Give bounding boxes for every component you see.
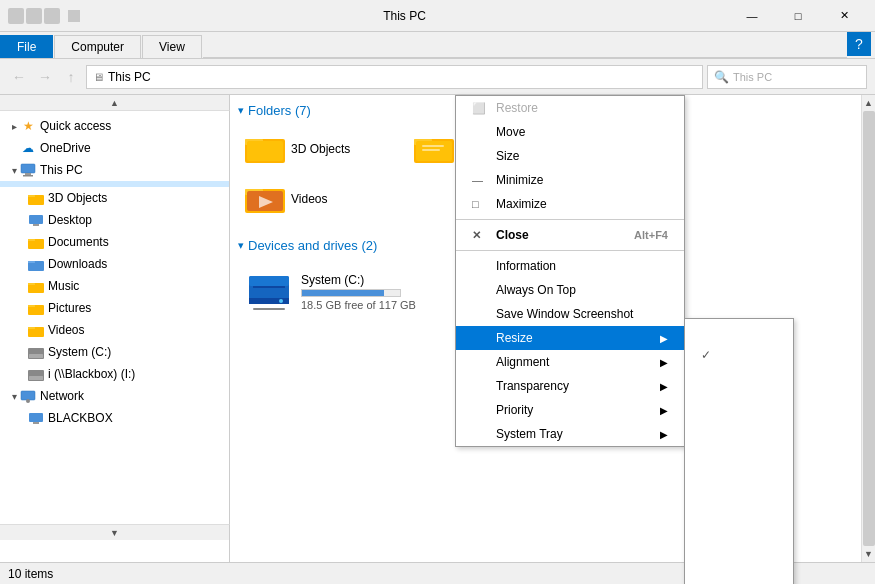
sidebar-item-network-drive[interactable]: i (\\Blackbox) (I:) <box>0 363 229 385</box>
submenu-label-1280x800: 1280x800 <box>717 492 770 506</box>
search-box[interactable]: 🔍 This PC <box>707 65 867 89</box>
folder-item-videos[interactable]: Videos <box>238 176 403 222</box>
submenu-1152x864[interactable]: 1152x864 <box>685 439 793 463</box>
sidebar-item-pictures[interactable]: Pictures <box>0 297 229 319</box>
submenu-label-1280x768: 1280x768 <box>717 468 770 482</box>
sidebar-label: 3D Objects <box>48 191 107 205</box>
menu-item-alignment[interactable]: Alignment ▶ <box>456 350 684 374</box>
sidebar-item-downloads[interactable]: Downloads <box>0 253 229 275</box>
menu-item-maximize[interactable]: □ Maximize <box>456 192 684 216</box>
menu-item-resize[interactable]: Resize ▶ 640x480 ✓ 720x480 720x576 <box>456 326 684 350</box>
svg-rect-21 <box>21 391 35 400</box>
submenu-1440x900[interactable]: 1440x900 <box>685 559 793 583</box>
svg-rect-8 <box>28 239 35 241</box>
tab-computer[interactable]: Computer <box>54 35 141 58</box>
save-icon <box>26 8 42 24</box>
minimize-button[interactable]: — <box>729 0 775 32</box>
svg-rect-46 <box>253 308 285 310</box>
folder-item-3d[interactable]: 3D Objects <box>238 126 403 172</box>
submenu-1280x800[interactable]: 1280x800 <box>685 487 793 511</box>
sidebar-label: System (C:) <box>48 345 111 359</box>
menu-item-system-tray[interactable]: System Tray ▶ <box>456 422 684 446</box>
path-pc-icon: 🖥 <box>93 71 104 83</box>
folder-name-3d: 3D Objects <box>291 142 350 156</box>
submenu-1280x768[interactable]: 1280x768 <box>685 463 793 487</box>
sidebar-item-onedrive[interactable]: ▸ ☁ OneDrive <box>0 137 229 159</box>
submenu-label-1024: 1024x768 <box>717 420 770 434</box>
menu-item-information[interactable]: Information <box>456 254 684 278</box>
close-button[interactable]: ✕ <box>821 0 867 32</box>
menu-item-close[interactable]: ✕ Close Alt+F4 <box>456 223 684 247</box>
menu-item-restore[interactable]: ⬜ Restore <box>456 96 684 120</box>
menu-item-move[interactable]: Move <box>456 120 684 144</box>
sidebar-item-videos[interactable]: Videos <box>0 319 229 341</box>
scroll-down-btn[interactable]: ▼ <box>862 546 876 562</box>
menu-label-system-tray: System Tray <box>496 427 563 441</box>
menu-item-save-screenshot[interactable]: Save Window Screenshot <box>456 302 684 326</box>
ribbon-tabs: File Computer View ? <box>0 32 875 58</box>
sidebar-item-this-pc[interactable]: ▾ This PC <box>0 159 229 181</box>
help-button[interactable]: ? <box>847 32 871 56</box>
search-placeholder: This PC <box>733 71 772 83</box>
menu-label-always-on-top: Always On Top <box>496 283 576 297</box>
back-button[interactable]: ← <box>8 66 30 88</box>
dropdown-icon[interactable] <box>68 10 80 22</box>
svg-rect-27 <box>247 141 283 161</box>
downloads-icon <box>28 256 44 272</box>
menu-item-priority[interactable]: Priority ▶ <box>456 398 684 422</box>
sidebar-item-documents[interactable]: Documents <box>0 231 229 253</box>
submenu-label-720x480: 720x480 <box>717 348 763 362</box>
content-scrollbar[interactable]: ▲ ▼ <box>861 95 875 562</box>
svg-rect-43 <box>253 286 285 288</box>
svg-rect-42 <box>249 276 289 286</box>
folder-name-videos: Videos <box>291 192 327 206</box>
forward-button[interactable]: → <box>34 66 56 88</box>
sidebar-item-network[interactable]: ▾ Network <box>0 385 229 407</box>
sidebar-item-blackbox[interactable]: BLACKBOX <box>0 407 229 429</box>
scroll-thumb[interactable] <box>863 111 875 546</box>
search-icon: 🔍 <box>714 70 729 84</box>
submenu-640x480[interactable]: 640x480 <box>685 319 793 343</box>
maximize-menu-icon: □ <box>472 198 492 210</box>
submenu-720x480[interactable]: ✓ 720x480 <box>685 343 793 367</box>
up-button[interactable]: ↑ <box>60 66 82 88</box>
svg-rect-24 <box>33 422 39 424</box>
submenu-1024x768[interactable]: 1024x768 <box>685 415 793 439</box>
title-bar-icons <box>8 8 80 24</box>
transparency-arrow: ▶ <box>660 381 668 392</box>
maximize-button[interactable]: □ <box>775 0 821 32</box>
sidebar-scroll-up[interactable]: ▲ <box>0 95 230 111</box>
scroll-up-btn[interactable]: ▲ <box>862 95 876 111</box>
tab-file[interactable]: File <box>0 35 53 58</box>
sidebar-item-music[interactable]: Music <box>0 275 229 297</box>
svg-point-22 <box>26 399 30 403</box>
folder-3d-icon <box>245 131 285 167</box>
menu-label-restore: Restore <box>496 101 538 115</box>
undo-icon <box>44 8 60 24</box>
device-system-c[interactable]: System (C:) 18.5 GB free of 117 GB <box>238 261 438 323</box>
expand-arrow: ▸ <box>8 120 20 132</box>
menu-label-transparency: Transparency <box>496 379 569 393</box>
submenu-720x576[interactable]: 720x576 <box>685 367 793 391</box>
submenu-label-800x600: 800x600 <box>717 396 763 410</box>
menu-separator-1 <box>456 219 684 220</box>
submenu-800x600[interactable]: 800x600 <box>685 391 793 415</box>
sidebar-item-3d-objects[interactable]: 3D Objects <box>0 187 229 209</box>
menu-item-transparency[interactable]: Transparency ▶ <box>456 374 684 398</box>
menu-item-minimize[interactable]: — Minimize <box>456 168 684 192</box>
sidebar-item-quick-access[interactable]: ▸ ★ Quick access <box>0 115 229 137</box>
menu-item-always-on-top[interactable]: Always On Top <box>456 278 684 302</box>
svg-rect-14 <box>28 305 35 307</box>
device-name: System (C:) <box>301 273 416 287</box>
menu-item-size[interactable]: Size <box>456 144 684 168</box>
tab-view[interactable]: View <box>142 35 202 58</box>
sidebar-item-system-c[interactable]: System (C:) <box>0 341 229 363</box>
submenu-1280x1024[interactable]: 1280x1024 <box>685 535 793 559</box>
sidebar-scroll-down[interactable]: ▼ <box>0 524 230 540</box>
sidebar-item-desktop[interactable]: Desktop <box>0 209 229 231</box>
check-1024 <box>701 420 717 434</box>
desktop-icon <box>28 212 44 228</box>
resize-submenu: 640x480 ✓ 720x480 720x576 800x600 1024x7… <box>684 318 794 584</box>
submenu-1280x960[interactable]: 1280x960 <box>685 511 793 535</box>
address-path[interactable]: 🖥 This PC <box>86 65 703 89</box>
